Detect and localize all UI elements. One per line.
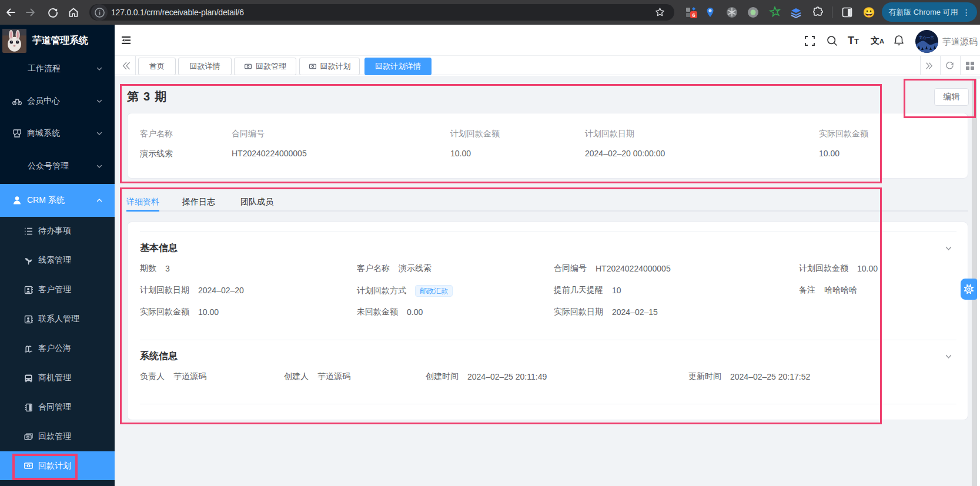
svg-text:6: 6 [692,12,695,18]
svg-text:文心一言: 文心一言 [919,35,935,40]
